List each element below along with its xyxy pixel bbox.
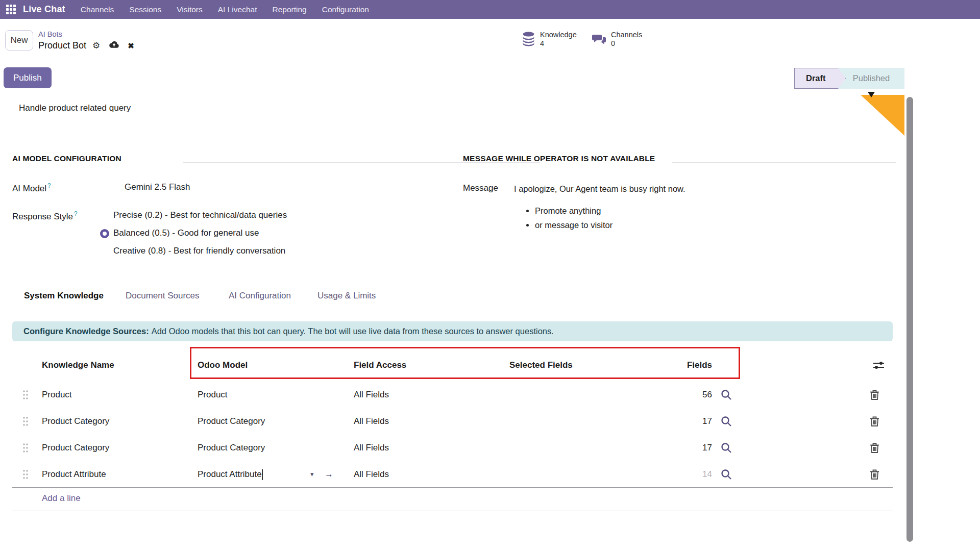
- gear-icon[interactable]: ⚙: [92, 40, 100, 51]
- help-icon[interactable]: ?: [47, 182, 51, 189]
- cell-knowledge-name[interactable]: Product Category: [42, 408, 109, 435]
- message-section-title: MESSAGE WHILE OPERATOR IS NOT AVAILABLE: [463, 154, 655, 163]
- drag-handle-icon[interactable]: [22, 443, 29, 455]
- drag-handle-icon[interactable]: [22, 390, 29, 402]
- cell-odoo-model[interactable]: Product: [198, 382, 228, 408]
- cell-fields-count: 17: [653, 408, 712, 435]
- knowledge-stat-value: 4: [540, 39, 577, 48]
- apps-grid-icon[interactable]: [6, 5, 16, 14]
- corner-ribbon: [861, 95, 904, 136]
- cell-odoo-model[interactable]: Product Category: [198, 408, 265, 435]
- table-row[interactable]: Product Product All Fields 56: [12, 382, 893, 408]
- ai-model-value[interactable]: Gemini 2.5 Flash: [125, 182, 190, 192]
- search-fields-icon[interactable]: [721, 469, 732, 482]
- optional-columns-icon[interactable]: [873, 360, 885, 373]
- chat-bubbles-icon: [592, 33, 606, 46]
- bot-description[interactable]: Handle product related query: [19, 103, 131, 113]
- cell-odoo-model[interactable]: Product Category: [198, 435, 265, 461]
- annotation-red-box: [190, 347, 740, 379]
- info-banner-text: Add Odoo models that this bot can query.…: [152, 326, 554, 336]
- knowledge-stat-label: Knowledge: [540, 31, 577, 39]
- vertical-scrollbar[interactable]: [906, 97, 913, 542]
- database-icon: [522, 32, 535, 47]
- publish-button[interactable]: Publish: [4, 67, 52, 88]
- internal-link-arrow-icon[interactable]: →: [325, 461, 333, 488]
- status-draft[interactable]: Draft: [794, 68, 846, 89]
- top-navbar: Live Chat Channels Sessions Visitors AI …: [0, 0, 980, 19]
- text-caret: [262, 469, 263, 480]
- radio-option-precise[interactable]: Precise (0.2) - Best for technical/data …: [113, 210, 287, 220]
- nav-item-ai-livechat[interactable]: AI Livechat: [218, 5, 257, 14]
- status-published[interactable]: Published: [838, 68, 904, 89]
- cell-knowledge-name[interactable]: Product Attribute: [42, 461, 106, 488]
- cell-field-access[interactable]: All Fields: [354, 435, 389, 461]
- message-bullet-list[interactable]: Promote anything or message to visitor: [535, 206, 612, 235]
- message-bullet: or message to visitor: [535, 220, 612, 230]
- cloud-save-icon[interactable]: [108, 40, 119, 51]
- column-header-knowledge-name[interactable]: Knowledge Name: [42, 360, 114, 370]
- message-label: Message: [463, 183, 498, 193]
- delete-row-icon[interactable]: [870, 469, 879, 482]
- chevron-down-icon[interactable]: ▾: [310, 461, 314, 488]
- app-name[interactable]: Live Chat: [23, 4, 65, 15]
- mouse-cursor: [868, 92, 875, 97]
- response-style-label: Response Style?: [12, 210, 78, 222]
- help-icon[interactable]: ?: [74, 210, 78, 217]
- channels-stat-label: Channels: [611, 31, 642, 39]
- cell-field-access[interactable]: All Fields: [354, 408, 389, 435]
- nav-item-visitors[interactable]: Visitors: [177, 5, 203, 14]
- tab-system-knowledge[interactable]: System Knowledge: [24, 291, 104, 301]
- stat-button-channels[interactable]: Channels 0: [592, 31, 642, 48]
- nav-item-sessions[interactable]: Sessions: [129, 5, 161, 14]
- delete-row-icon[interactable]: [870, 416, 879, 429]
- cell-field-access[interactable]: All Fields: [354, 382, 389, 408]
- radio-option-balanced[interactable]: Balanced (0.5) - Good for general use: [113, 228, 259, 238]
- search-fields-icon[interactable]: [721, 389, 732, 402]
- info-banner-bold: Configure Knowledge Sources:: [23, 326, 149, 336]
- cell-fields-count: 56: [653, 382, 712, 408]
- nav-item-reporting[interactable]: Reporting: [272, 5, 306, 14]
- record-title: Product Bot: [38, 40, 86, 51]
- nav-item-configuration[interactable]: Configuration: [322, 5, 369, 14]
- radio-selected-icon[interactable]: [100, 229, 109, 238]
- drag-handle-icon[interactable]: [22, 469, 29, 482]
- section-divider: [672, 162, 896, 163]
- breadcrumb-parent-link[interactable]: AI Bots: [38, 30, 62, 38]
- search-fields-icon[interactable]: [721, 442, 732, 456]
- tab-usage-limits[interactable]: Usage & Limits: [317, 291, 376, 301]
- cell-knowledge-name[interactable]: Product: [42, 382, 72, 408]
- tab-ai-configuration[interactable]: AI Configuration: [229, 291, 291, 301]
- cell-knowledge-name[interactable]: Product Category: [42, 435, 109, 461]
- radio-option-creative[interactable]: Creative (0.8) - Best for friendly conve…: [113, 246, 285, 256]
- message-text[interactable]: I apologize, Our Agent team is busy righ…: [514, 184, 685, 194]
- channels-stat-value: 0: [611, 39, 642, 48]
- search-fields-icon[interactable]: [721, 416, 732, 429]
- cell-fields-count: 14: [653, 461, 712, 488]
- ai-section-title: AI MODEL CONFIGURATION: [12, 154, 121, 163]
- stat-button-knowledge[interactable]: Knowledge 4: [522, 31, 577, 48]
- add-line-row: Add a line: [12, 486, 893, 511]
- info-banner: Configure Knowledge Sources: Add Odoo mo…: [12, 321, 893, 341]
- table-row[interactable]: Product Category Product Category All Fi…: [12, 408, 893, 435]
- cell-field-access[interactable]: All Fields: [354, 461, 389, 488]
- delete-row-icon[interactable]: [870, 389, 879, 402]
- breadcrumb: Product Bot ⚙ ✖: [38, 40, 134, 51]
- message-bullet: Promote anything: [535, 206, 612, 216]
- table-row-editing[interactable]: Product Attribute Product Attribute ▾ → …: [12, 461, 893, 488]
- ai-model-label: AI Model?: [12, 182, 51, 194]
- odoo-model-input[interactable]: Product Attribute: [198, 461, 263, 488]
- discard-icon[interactable]: ✖: [128, 41, 134, 51]
- table-row[interactable]: Product Category Product Category All Fi…: [12, 435, 893, 461]
- add-a-line-link[interactable]: Add a line: [42, 486, 81, 511]
- cell-fields-count: 17: [653, 435, 712, 461]
- delete-row-icon[interactable]: [870, 442, 879, 456]
- new-button[interactable]: New: [5, 30, 33, 51]
- nav-item-channels[interactable]: Channels: [81, 5, 114, 14]
- drag-handle-icon[interactable]: [22, 416, 29, 429]
- tab-document-sources[interactable]: Document Sources: [126, 291, 200, 301]
